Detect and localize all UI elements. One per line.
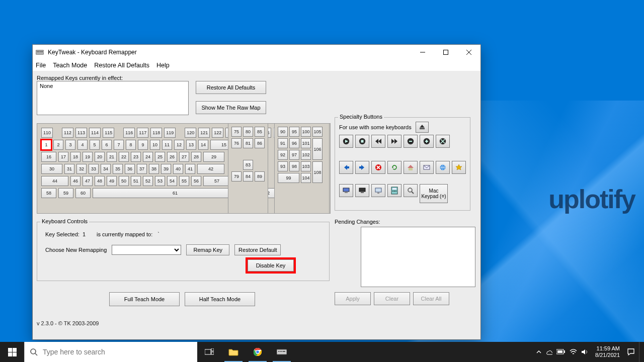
key-93[interactable]: 93 — [278, 161, 288, 171]
key-57[interactable]: 57 — [203, 176, 230, 186]
key-24[interactable]: 24 — [143, 152, 153, 162]
key-60[interactable]: 60 — [75, 188, 91, 198]
key-112[interactable]: 112 — [62, 128, 73, 138]
key-56[interactable]: 56 — [191, 176, 201, 186]
key-100[interactable]: 100 — [301, 127, 311, 137]
key-85[interactable]: 85 — [255, 127, 265, 137]
key-21[interactable]: 21 — [107, 152, 117, 162]
sleep-button[interactable] — [355, 184, 369, 197]
browser-back-button[interactable] — [339, 161, 353, 174]
key-81[interactable]: 81 — [243, 138, 253, 148]
taskbar-chrome[interactable] — [246, 342, 270, 362]
key-27[interactable]: 27 — [179, 152, 189, 162]
calculator-button[interactable] — [387, 184, 401, 197]
remapped-list[interactable]: None — [37, 81, 189, 115]
key-7[interactable]: 7 — [114, 140, 124, 150]
restore-default-button[interactable]: Restore Default — [234, 244, 281, 255]
key-9[interactable]: 9 — [138, 140, 148, 150]
key-83[interactable]: 83 — [243, 160, 253, 170]
key-90[interactable]: 90 — [278, 127, 288, 137]
key-89[interactable]: 89 — [255, 171, 265, 182]
task-view-button[interactable] — [197, 342, 221, 362]
key-4[interactable]: 4 — [77, 140, 88, 150]
media-next-button[interactable] — [387, 135, 401, 148]
wifi-icon[interactable] — [570, 349, 577, 355]
key-36[interactable]: 36 — [125, 164, 135, 174]
key-26[interactable]: 26 — [167, 152, 177, 162]
key-51[interactable]: 51 — [131, 176, 141, 186]
key-105[interactable]: 105 — [312, 127, 323, 137]
key-114[interactable]: 114 — [89, 128, 101, 138]
minimize-button[interactable] — [411, 45, 434, 60]
key-11[interactable]: 11 — [162, 140, 172, 150]
pending-changes-list[interactable] — [361, 227, 475, 287]
key-16[interactable]: 16 — [41, 152, 56, 162]
key-58[interactable]: 58 — [41, 188, 56, 198]
key-39[interactable]: 39 — [161, 164, 171, 174]
apply-button[interactable]: Apply — [335, 292, 371, 305]
key-37[interactable]: 37 — [137, 164, 147, 174]
key-20[interactable]: 20 — [95, 152, 105, 162]
key-40[interactable]: 40 — [173, 164, 183, 174]
key-117[interactable]: 117 — [137, 128, 148, 138]
key-29[interactable]: 29 — [203, 152, 224, 162]
key-18[interactable]: 18 — [70, 152, 80, 162]
key-1[interactable]: 1 — [41, 140, 51, 150]
key-104[interactable]: 104 — [301, 173, 311, 183]
clear-all-button[interactable]: Clear All — [413, 292, 449, 305]
key-41[interactable]: 41 — [185, 164, 195, 174]
menu-restore[interactable]: Restore All Defaults — [94, 62, 149, 69]
key-3[interactable]: 3 — [65, 140, 75, 150]
key-95[interactable]: 95 — [289, 127, 299, 137]
key-47[interactable]: 47 — [83, 176, 93, 186]
choose-remap-select[interactable] — [112, 245, 181, 255]
key-12[interactable]: 12 — [174, 140, 184, 150]
key-31[interactable]: 31 — [64, 164, 74, 174]
menu-help[interactable]: Help — [156, 62, 170, 69]
clear-button[interactable]: Clear — [374, 292, 410, 305]
key-5[interactable]: 5 — [90, 140, 100, 150]
key-92[interactable]: 92 — [278, 150, 288, 160]
taskbar-file-explorer[interactable] — [221, 342, 246, 362]
key-122[interactable]: 122 — [212, 128, 223, 138]
key-116[interactable]: 116 — [123, 128, 135, 138]
key-23[interactable]: 23 — [131, 152, 141, 162]
volume-icon[interactable] — [581, 348, 588, 355]
key-19[interactable]: 19 — [83, 152, 93, 162]
search-input[interactable] — [43, 348, 192, 356]
key-118[interactable]: 118 — [150, 128, 162, 138]
key-106[interactable]: 106 — [312, 138, 323, 160]
key-91[interactable]: 91 — [278, 138, 288, 148]
start-button[interactable] — [0, 342, 24, 362]
key-53[interactable]: 53 — [155, 176, 165, 186]
mail-button[interactable] — [420, 161, 434, 174]
key-10[interactable]: 10 — [150, 140, 160, 150]
menu-file[interactable]: File — [36, 62, 46, 69]
full-teach-mode-button[interactable]: Full Teach Mode — [109, 292, 180, 306]
key-35[interactable]: 35 — [113, 164, 123, 174]
key-52[interactable]: 52 — [143, 176, 153, 186]
browser-home-button[interactable] — [404, 161, 418, 174]
key-6[interactable]: 6 — [102, 140, 112, 150]
key-79[interactable]: 79 — [231, 171, 242, 182]
search-button[interactable] — [404, 184, 418, 197]
key-25[interactable]: 25 — [155, 152, 165, 162]
key-46[interactable]: 46 — [70, 176, 80, 186]
power-button[interactable] — [371, 184, 385, 197]
key-113[interactable]: 113 — [75, 128, 87, 138]
key-38[interactable]: 38 — [149, 164, 159, 174]
key-54[interactable]: 54 — [167, 176, 177, 186]
key-103[interactable]: 103 — [301, 161, 311, 171]
web-button[interactable] — [436, 161, 450, 174]
key-120[interactable]: 120 — [185, 128, 196, 138]
key-32[interactable]: 32 — [76, 164, 87, 174]
key-33[interactable]: 33 — [89, 164, 99, 174]
key-101[interactable]: 101 — [301, 138, 311, 148]
key-22[interactable]: 22 — [119, 152, 129, 162]
taskbar-search[interactable] — [24, 342, 197, 362]
key-13[interactable]: 13 — [186, 140, 196, 150]
key-2[interactable]: 2 — [53, 140, 63, 150]
key-119[interactable]: 119 — [164, 128, 176, 138]
key-8[interactable]: 8 — [126, 140, 136, 150]
key-42[interactable]: 42 — [197, 164, 224, 174]
